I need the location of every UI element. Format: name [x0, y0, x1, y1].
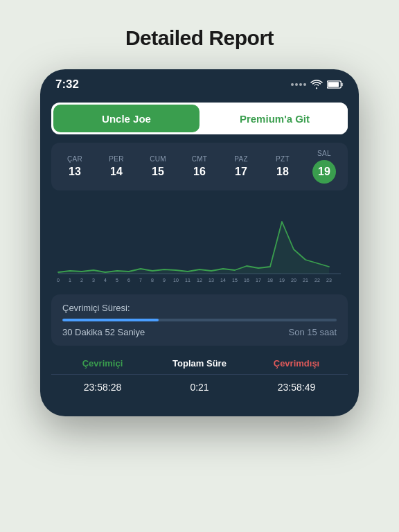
- svg-text:19: 19: [279, 278, 285, 283]
- svg-text:14: 14: [220, 278, 226, 283]
- svg-text:11: 11: [185, 278, 190, 283]
- day-num: 18: [276, 166, 289, 178]
- phone-frame: 7:32 Uncle Joe Premium'a Git: [40, 69, 359, 416]
- duration-value: 30 Dakika 52 Saniye: [62, 327, 145, 337]
- day-item-sal[interactable]: SAL 19: [303, 150, 345, 184]
- day-num: 14: [110, 166, 123, 178]
- svg-text:5: 5: [116, 278, 118, 283]
- day-item-per[interactable]: PER 14: [96, 155, 137, 178]
- col-offline-label: Çevrimdışı: [248, 358, 345, 369]
- duration-row: 30 Dakika 52 Saniye Son 15 saat: [62, 327, 337, 337]
- day-item-pzt[interactable]: PZT 18: [262, 155, 303, 178]
- stats-header: Çevrimiçi Toplam Süre Çevrimdışı: [51, 353, 348, 375]
- uncle-joe-tab[interactable]: Uncle Joe: [53, 105, 200, 132]
- svg-rect-2: [328, 82, 339, 87]
- stats-offline-val: 23:58:49: [248, 382, 345, 393]
- signal-dots-icon: [291, 83, 306, 86]
- day-label: CMT: [192, 155, 208, 163]
- battery-icon: [327, 80, 344, 89]
- col-online-label: Çevrimiçi: [54, 358, 151, 369]
- stats-total-val: 0:21: [151, 382, 248, 393]
- svg-text:20: 20: [291, 278, 296, 283]
- svg-text:15: 15: [232, 278, 238, 283]
- svg-text:18: 18: [267, 278, 273, 283]
- status-icons: [291, 80, 344, 89]
- day-item-paz[interactable]: PAZ 17: [220, 155, 262, 178]
- day-num: 16: [193, 166, 206, 178]
- svg-text:22: 22: [314, 278, 320, 283]
- svg-text:10: 10: [173, 278, 179, 283]
- line-chart: 0 1 2 3 4 5 6 7 8 9 10 11 12 13 14 15 16…: [51, 197, 348, 287]
- day-selector: ÇAR 13 PER 14 CUM 15 CMT 16 PAZ 17 PZT 1…: [51, 143, 348, 190]
- status-bar: 7:32: [40, 69, 359, 96]
- day-num: 13: [69, 166, 81, 178]
- svg-text:13: 13: [209, 278, 214, 283]
- day-num: 17: [235, 166, 247, 178]
- duration-label: Çevrimiçi Süresi:: [62, 303, 337, 313]
- day-num-selected: 19: [312, 160, 336, 184]
- svg-text:4: 4: [104, 278, 107, 283]
- svg-text:7: 7: [139, 278, 142, 283]
- svg-text:1: 1: [69, 278, 71, 283]
- day-num: 15: [152, 166, 164, 178]
- day-label: CUM: [150, 155, 166, 163]
- day-label: SAL: [317, 150, 331, 157]
- duration-progress-fill: [62, 319, 159, 321]
- svg-text:17: 17: [256, 278, 261, 283]
- svg-rect-1: [342, 83, 343, 87]
- day-label: ÇAR: [67, 155, 82, 163]
- day-item-car[interactable]: ÇAR 13: [54, 155, 96, 178]
- premium-tab[interactable]: Premium'a Git: [202, 103, 348, 134]
- svg-text:16: 16: [244, 278, 249, 283]
- stats-table: Çevrimiçi Toplam Süre Çevrimdışı 23:58:2…: [51, 353, 348, 400]
- day-label: PER: [109, 155, 123, 163]
- wifi-icon: [310, 80, 323, 89]
- svg-text:12: 12: [197, 278, 202, 283]
- duration-card: Çevrimiçi Süresi: 30 Dakika 52 Saniye So…: [51, 294, 348, 346]
- status-time: 7:32: [55, 78, 79, 91]
- duration-range: Son 15 saat: [289, 327, 337, 337]
- svg-text:21: 21: [303, 278, 308, 283]
- page-title: Detailed Report: [125, 26, 274, 50]
- col-total-label: Toplam Süre: [151, 358, 248, 369]
- svg-text:23: 23: [326, 278, 332, 283]
- day-label: PZT: [276, 155, 290, 163]
- duration-progress-bar: [62, 319, 337, 321]
- svg-text:8: 8: [151, 278, 154, 283]
- chart-container: 0 1 2 3 4 5 6 7 8 9 10 11 12 13 14 15 16…: [51, 197, 348, 287]
- stats-online-val: 23:58:28: [54, 382, 151, 393]
- segmented-control: Uncle Joe Premium'a Git: [51, 103, 348, 134]
- svg-text:6: 6: [127, 278, 130, 283]
- day-item-cum[interactable]: CUM 15: [137, 155, 179, 178]
- day-label: PAZ: [234, 155, 248, 163]
- svg-text:3: 3: [92, 278, 95, 283]
- svg-text:2: 2: [80, 278, 83, 283]
- chart-fill: [58, 222, 329, 274]
- svg-text:0: 0: [57, 278, 60, 283]
- day-item-cmt[interactable]: CMT 16: [179, 155, 220, 178]
- stats-row: 23:58:28 0:21 23:58:49: [51, 375, 348, 400]
- svg-text:9: 9: [163, 278, 166, 283]
